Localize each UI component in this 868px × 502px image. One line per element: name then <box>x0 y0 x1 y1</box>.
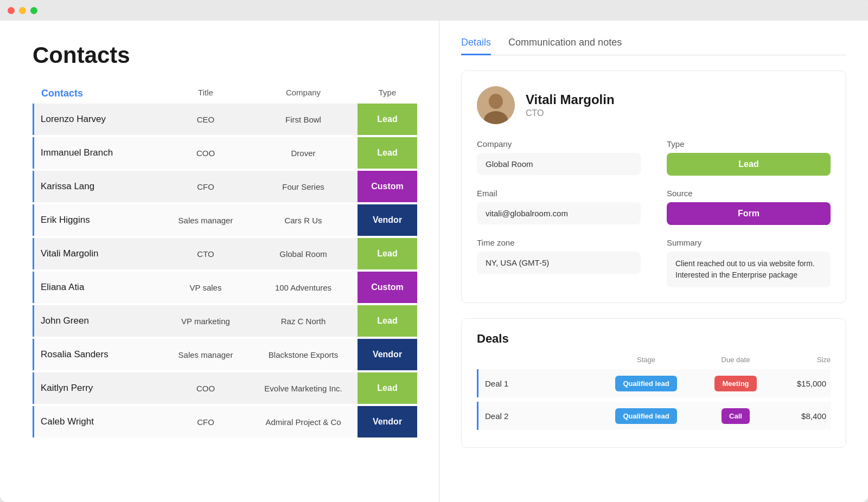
contact-row-name: Karissa Lang <box>34 171 162 202</box>
detail-grid: Company Global Room Type Lead Email vita… <box>477 139 831 287</box>
contact-row-name: Caleb Wright <box>34 406 162 437</box>
app-window: Contacts Contacts Title Company Type Lor… <box>0 0 868 502</box>
minimize-button[interactable] <box>19 7 26 14</box>
type-field: Type Lead <box>667 139 831 176</box>
source-field: Source Form <box>667 189 831 225</box>
contact-rows: Lorenzo Harvey CEO First Bowl Lead Imman… <box>33 104 417 437</box>
action-badge: Call <box>722 408 750 424</box>
close-button[interactable] <box>8 7 15 14</box>
maximize-button[interactable] <box>30 7 37 14</box>
type-badge: Lead <box>358 104 417 135</box>
contact-row-title: Sales manager <box>162 204 249 236</box>
source-value: Form <box>667 202 831 225</box>
company-value: Global Room <box>477 153 641 175</box>
deals-title: Deals <box>477 332 831 346</box>
left-panel: Contacts Contacts Title Company Type Lor… <box>0 21 439 502</box>
contact-row-name: Rosalia Sanders <box>34 339 162 370</box>
company-field: Company Global Room <box>477 139 641 176</box>
deal-rows: Deal 1 Qualified lead Meeting $15,000 De… <box>477 369 831 430</box>
type-badge: Custom <box>358 272 417 303</box>
contact-row-title: Sales manager <box>162 339 249 370</box>
table-row[interactable]: Erik Higgins Sales manager Cars R Us Ven… <box>33 204 417 236</box>
contact-row-title: CFO <box>162 171 249 202</box>
stage-badge: Qualified lead <box>615 376 676 391</box>
type-badge: Vendor <box>358 339 417 370</box>
titlebar <box>0 0 868 21</box>
contact-row-name: Vitali Margolin <box>34 238 162 269</box>
deals-card: Deals Stage Due date Size Deal 1 Qualifi… <box>461 318 846 448</box>
email-value: vitali@globalroom.com <box>477 202 641 224</box>
table-row[interactable]: Vitali Margolin CTO Global Room Lead <box>33 238 417 269</box>
contact-row-company: Blackstone Exports <box>249 339 358 370</box>
contact-row-name: Erik Higgins <box>34 204 162 236</box>
contact-row-name: John Green <box>34 305 162 337</box>
contact-row-company: Four Series <box>249 171 358 202</box>
contact-row-type: Vendor <box>358 204 417 236</box>
contacts-table: Contacts Title Company Type Lorenzo Harv… <box>33 88 417 437</box>
deal-stage: Qualified lead <box>597 408 695 424</box>
type-badge: Custom <box>358 171 417 202</box>
deal-size: $8,400 <box>776 411 831 421</box>
table-row[interactable]: Immanuel Branch COO Drover Lead <box>33 137 417 169</box>
deal-row[interactable]: Deal 2 Qualified lead Call $8,400 <box>477 402 831 430</box>
deals-col-stage: Stage <box>597 356 695 364</box>
deals-col-name <box>488 356 597 364</box>
table-row[interactable]: Rosalia Sanders Sales manager Blackstone… <box>33 339 417 370</box>
deal-stage: Qualified lead <box>597 376 695 391</box>
contact-row-title: COO <box>162 137 249 169</box>
table-row[interactable]: Karissa Lang CFO Four Series Custom <box>33 171 417 202</box>
table-row[interactable]: Kaitlyn Perry COO Evolve Marketing Inc. … <box>33 372 417 404</box>
contact-row-title: COO <box>162 372 249 404</box>
right-panel: Details Communication and notes Vitali M… <box>439 21 868 502</box>
table-row[interactable]: John Green VP marketing Raz C North Lead <box>33 305 417 337</box>
svg-point-1 <box>489 94 503 109</box>
avatar <box>477 86 515 124</box>
tab-communication-notes[interactable]: Communication and notes <box>508 37 622 55</box>
col-header-type: Type <box>358 88 417 99</box>
contact-row-company: Global Room <box>249 238 358 269</box>
contact-row-type: Lead <box>358 104 417 135</box>
deal-action: Call <box>695 408 776 424</box>
deal-name: Deal 2 <box>478 411 597 421</box>
deal-action: Meeting <box>695 376 776 391</box>
table-header: Contacts Title Company Type <box>33 88 417 104</box>
contact-row-type: Custom <box>358 171 417 202</box>
deals-table-header: Stage Due date Size <box>477 356 831 369</box>
contact-row-company: 100 Adventures <box>249 272 358 303</box>
contact-detail-card: Vitali Margolin CTO Company Global Room … <box>461 70 846 303</box>
stage-badge: Qualified lead <box>615 408 676 424</box>
contact-info: Vitali Margolin CTO <box>526 92 615 118</box>
contact-name: Vitali Margolin <box>526 92 615 107</box>
contact-row-company: Admiral Project & Co <box>249 406 358 437</box>
timezone-label: Time zone <box>477 238 641 247</box>
contact-subtitle: CTO <box>526 108 615 118</box>
tab-details[interactable]: Details <box>461 37 491 55</box>
contact-row-title: VP marketing <box>162 305 249 337</box>
contact-row-type: Lead <box>358 137 417 169</box>
contact-row-type: Lead <box>358 305 417 337</box>
contact-row-type: Custom <box>358 272 417 303</box>
contact-row-company: First Bowl <box>249 104 358 135</box>
tabs: Details Communication and notes <box>461 37 846 55</box>
table-row[interactable]: Caleb Wright CFO Admiral Project & Co Ve… <box>33 406 417 437</box>
source-label: Source <box>667 189 831 198</box>
table-row[interactable]: Eliana Atia VP sales 100 Adventures Cust… <box>33 272 417 303</box>
type-badge: Vendor <box>358 204 417 236</box>
col-header-contacts: Contacts <box>41 88 162 99</box>
page-title: Contacts <box>33 42 417 68</box>
contact-row-name: Lorenzo Harvey <box>34 104 162 135</box>
contact-row-name: Kaitlyn Perry <box>34 372 162 404</box>
contact-row-title: CEO <box>162 104 249 135</box>
type-badge: Lead <box>358 372 417 404</box>
type-value: Lead <box>667 153 831 176</box>
summary-value: Client reached out to us via website for… <box>667 252 831 287</box>
table-row[interactable]: Lorenzo Harvey CEO First Bowl Lead <box>33 104 417 135</box>
contact-row-title: VP sales <box>162 272 249 303</box>
contact-row-title: CFO <box>162 406 249 437</box>
timezone-value: NY, USA (GMT-5) <box>477 252 641 274</box>
email-label: Email <box>477 189 641 198</box>
deals-col-duedate: Due date <box>695 356 776 364</box>
deal-row[interactable]: Deal 1 Qualified lead Meeting $15,000 <box>477 369 831 397</box>
email-field: Email vitali@globalroom.com <box>477 189 641 225</box>
type-label: Type <box>667 139 831 149</box>
